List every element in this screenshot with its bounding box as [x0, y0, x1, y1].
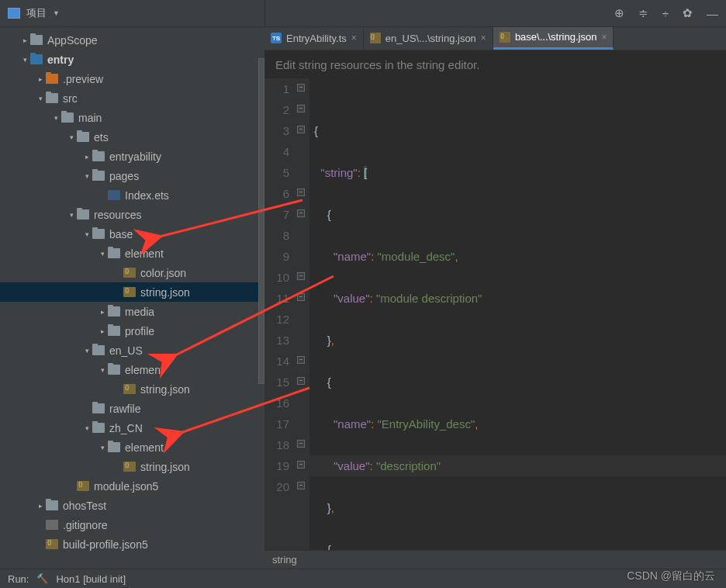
tree-item[interactable]: ▸.preview [0, 69, 264, 88]
tree-item[interactable]: ·string.json [0, 457, 264, 476]
json-icon [370, 33, 381, 43]
close-icon[interactable]: × [481, 33, 486, 43]
tree-item[interactable]: ▾zh_CN [0, 418, 264, 438]
project-tree-pane: ▸AppScope▾entry▸.preview▾src▾main▾ets▸en… [0, 27, 264, 569]
tree-item[interactable]: ▾ets [0, 127, 264, 147]
tree-item[interactable]: ·module.json5 [0, 476, 264, 496]
top-toolbar: 项目 ▼ ⊕ ≑ ÷ ✿ — [0, 0, 726, 27]
watermark: CSDN @留白的云 [627, 569, 715, 583]
target-icon[interactable]: ⊕ [614, 6, 624, 20]
tree-item[interactable]: ▸profile [0, 321, 264, 341]
tree-item[interactable]: ▾entry [0, 50, 264, 69]
hammer-icon[interactable]: 🔨 [36, 573, 48, 584]
tree-item[interactable]: ·Index.ets [0, 185, 264, 205]
tree-item[interactable]: ·string.json [0, 379, 264, 399]
sidebar-scrollbar[interactable] [258, 58, 264, 384]
run-label: Run: [8, 573, 29, 585]
tree-item[interactable]: ▾en_US [0, 341, 264, 360]
tree-item[interactable]: ▸ohosTest [0, 496, 264, 515]
line-gutter: 1234567891011121314151617181920 [264, 78, 296, 550]
minimize-icon[interactable]: — [707, 7, 718, 20]
status-bar: Run: 🔨 Hon1 [build init] [0, 569, 726, 588]
tree-item[interactable]: ▸AppScope [0, 30, 264, 50]
tree-item[interactable]: ▾element [0, 438, 264, 457]
tab-label: EntryAbility.ts [286, 33, 347, 44]
fold-gutter[interactable]: −−−−−−−−−−−− [296, 78, 309, 550]
editor-tabs: TSEntryAbility.ts×en_US\...\string.json×… [264, 27, 726, 50]
tree-item[interactable]: ▾element [0, 244, 264, 263]
expand-icon[interactable]: ÷ [662, 7, 669, 20]
tree-item[interactable]: ▾main [0, 108, 264, 127]
gear-icon[interactable]: ✿ [683, 6, 693, 20]
chevron-down-icon[interactable]: ▼ [53, 9, 60, 17]
tree-item[interactable]: ·.gitignore [0, 515, 264, 534]
editor-tab[interactable]: base\...\string.json× [493, 27, 614, 50]
project-label[interactable]: 项目 [26, 6, 47, 20]
tree-item[interactable]: ▾element [0, 360, 264, 379]
tree-item[interactable]: ·string.json [0, 282, 264, 302]
json-icon [500, 32, 510, 43]
tree-item[interactable]: ▾pages [0, 166, 264, 185]
tree-item[interactable]: ▸entryability [0, 147, 264, 166]
tree-item[interactable]: ·build-profile.json5 [0, 534, 264, 554]
tree-item[interactable]: ▾resources [0, 205, 264, 224]
close-icon[interactable]: × [601, 32, 607, 43]
tree-item[interactable]: ·color.json [0, 263, 264, 282]
editor-hint: Edit string resources in the string edit… [264, 50, 726, 78]
tree-item[interactable]: ▸media [0, 302, 264, 321]
project-pane-icon [8, 8, 20, 19]
tree-item[interactable]: ▾base [0, 224, 264, 244]
tree-item[interactable]: ·rawfile [0, 399, 264, 418]
close-icon[interactable]: × [351, 33, 357, 43]
editor-tab[interactable]: en_US\...\string.json× [364, 27, 493, 50]
code-editor[interactable]: { "string": [ { "name": "module_desc", "… [309, 78, 726, 550]
tab-label: base\...\string.json [515, 31, 597, 43]
collapse-icon[interactable]: ≑ [638, 6, 648, 20]
breadcrumb[interactable]: string [264, 550, 726, 569]
tree-item[interactable]: ▾src [0, 88, 264, 108]
tab-label: en_US\...\string.json [385, 33, 476, 44]
editor-tab[interactable]: TSEntryAbility.ts× [264, 27, 364, 50]
task-label[interactable]: Hon1 [build init] [56, 573, 126, 585]
typescript-icon: TS [271, 33, 282, 43]
